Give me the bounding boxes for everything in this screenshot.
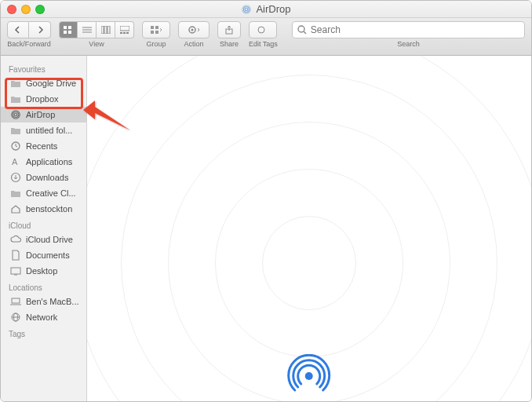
svg-text:A: A	[12, 157, 18, 166]
sidebar-item-dropbox[interactable]: Dropbox	[1, 91, 86, 107]
svg-line-26	[304, 31, 306, 34]
nav-group: Back/Forward	[7, 21, 51, 48]
tag-icon	[257, 26, 268, 34]
sidebar-item-label: Dropbox	[26, 94, 59, 104]
svg-rect-33	[11, 268, 20, 274]
search-input[interactable]	[311, 24, 519, 35]
close-button[interactable]	[7, 5, 16, 14]
view-list-button[interactable]	[78, 21, 97, 38]
sidebar-item-untitled[interactable]: untitled fol...	[1, 122, 86, 138]
sidebar-item-icloud-drive[interactable]: iCloud Drive	[1, 232, 86, 247]
action-button[interactable]	[178, 21, 210, 38]
titlebar[interactable]: AirDrop	[1, 1, 531, 18]
action-label: Action	[184, 40, 203, 48]
minimize-button[interactable]	[21, 5, 31, 14]
sidebar: Favourites Google Drive Dropbox AirDrop …	[1, 56, 87, 401]
zoom-button[interactable]	[35, 5, 45, 14]
airdrop-logo-icon	[287, 354, 331, 398]
downloads-icon	[10, 172, 21, 183]
view-label: View	[89, 40, 104, 48]
view-gallery-button[interactable]	[115, 21, 134, 38]
svg-point-27	[14, 113, 17, 116]
sidebar-item-label: Applications	[26, 157, 72, 166]
svg-rect-15	[123, 32, 126, 34]
doc-icon	[10, 250, 21, 261]
sidebar-item-label: Documents	[26, 250, 70, 260]
svg-rect-4	[68, 26, 71, 29]
finder-window: AirDrop Back/Forward View Group	[0, 0, 532, 402]
airdrop-icon	[10, 109, 21, 120]
group-label: Group	[146, 40, 166, 48]
sidebar-item-label: Creative Cl...	[26, 188, 76, 198]
share-group: Share	[217, 21, 241, 48]
sidebar-item-network[interactable]: Network	[1, 309, 86, 325]
view-group: View	[59, 21, 134, 48]
sidebar-item-label: Network	[26, 312, 57, 322]
svg-rect-3	[64, 26, 67, 29]
edittags-group: Edit Tags	[249, 21, 278, 48]
svg-rect-5	[64, 31, 67, 34]
folder-icon	[10, 93, 21, 104]
svg-rect-17	[151, 26, 154, 29]
sidebar-item-applications[interactable]: A Applications	[1, 154, 86, 170]
group-group: Group	[142, 21, 170, 48]
apps-icon: A	[10, 156, 21, 167]
svg-rect-12	[107, 26, 110, 34]
folder-icon	[10, 188, 21, 199]
sidebar-item-label: AirDrop	[26, 110, 55, 119]
edit-tags-button[interactable]	[249, 21, 277, 38]
folder-icon	[10, 125, 21, 136]
sidebar-item-downloads[interactable]: Downloads	[1, 170, 86, 185]
edittags-label: Edit Tags	[249, 40, 278, 48]
sidebar-item-desktop[interactable]: Desktop	[1, 263, 86, 279]
sidebar-item-documents[interactable]: Documents	[1, 247, 86, 263]
svg-rect-11	[104, 26, 107, 34]
sidebar-item-macbook[interactable]: Ben's MacB...	[1, 294, 86, 309]
sidebar-item-label: Ben's MacB...	[26, 297, 79, 306]
svg-point-28	[13, 112, 19, 118]
action-group: Action	[178, 21, 210, 48]
clock-icon	[10, 141, 21, 152]
search-label: Search	[292, 40, 525, 48]
sidebar-item-label: untitled fol...	[26, 126, 72, 135]
search-field[interactable]	[292, 21, 525, 38]
globe-icon	[10, 312, 21, 323]
sidebar-item-label: Desktop	[26, 266, 57, 276]
sidebar-item-airdrop[interactable]: AirDrop	[1, 107, 86, 122]
sidebar-item-label: iCloud Drive	[26, 235, 73, 244]
svg-rect-35	[12, 298, 20, 303]
svg-point-22	[191, 29, 194, 31]
group-button[interactable]	[142, 21, 170, 38]
airdrop-icon	[241, 4, 252, 15]
content-area: Favourites Google Drive Dropbox AirDrop …	[1, 56, 531, 401]
svg-rect-16	[126, 32, 129, 34]
sidebar-item-recents[interactable]: Recents	[1, 138, 86, 154]
nav-label: Back/Forward	[7, 40, 51, 48]
svg-rect-6	[68, 31, 71, 34]
airdrop-center: AirDrop lets you share instantly with pe…	[202, 354, 417, 401]
toolbar: Back/Forward View Group Action Share	[1, 18, 531, 56]
back-button[interactable]	[7, 21, 29, 38]
gear-icon	[188, 25, 200, 35]
svg-rect-13	[120, 26, 129, 31]
share-icon	[224, 25, 234, 35]
section-favourites: Favourites	[1, 60, 86, 75]
view-icon-button[interactable]	[59, 21, 78, 38]
view-column-button[interactable]	[97, 21, 115, 38]
sidebar-item-label: Downloads	[26, 173, 68, 182]
svg-point-24	[258, 27, 264, 33]
sidebar-item-home[interactable]: benstockton	[1, 201, 86, 217]
folder-icon	[10, 78, 21, 89]
share-button[interactable]	[217, 21, 241, 38]
share-label: Share	[220, 40, 239, 48]
forward-button[interactable]	[29, 21, 51, 38]
svg-rect-20	[155, 31, 159, 34]
window-controls	[7, 5, 45, 14]
section-tags: Tags	[1, 325, 86, 340]
sidebar-item-google-drive[interactable]: Google Drive	[1, 75, 86, 91]
svg-point-0	[246, 8, 249, 11]
desktop-icon	[10, 265, 21, 276]
sidebar-item-creative[interactable]: Creative Cl...	[1, 185, 86, 201]
sidebar-item-label: benstockton	[26, 204, 72, 214]
svg-rect-14	[120, 32, 122, 34]
